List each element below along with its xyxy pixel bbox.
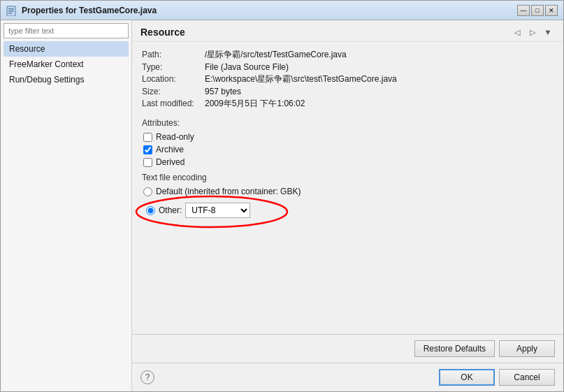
window-icon bbox=[6, 5, 17, 16]
default-encoding-label: Default (inherited from container: GBK) bbox=[156, 187, 301, 196]
content-title: Resource bbox=[140, 27, 185, 38]
restore-defaults-button[interactable]: Restore Defaults bbox=[414, 340, 495, 357]
default-encoding-radio[interactable] bbox=[143, 187, 152, 196]
archive-row: Archive bbox=[142, 145, 554, 154]
location-value: E:\workspace\星际争霸\src\test\TestGameCore.… bbox=[205, 73, 397, 85]
modified-row: Last modified: 2009年5月5日 下午1:06:02 bbox=[142, 98, 554, 110]
filter-input[interactable] bbox=[3, 23, 129, 38]
other-encoding-radio[interactable] bbox=[146, 206, 155, 215]
cancel-button[interactable]: Cancel bbox=[499, 369, 555, 386]
title-buttons: — □ ✕ bbox=[517, 5, 558, 16]
content-header: Resource ◁ ▷ ▼ bbox=[132, 20, 563, 42]
help-button[interactable]: ? bbox=[140, 370, 154, 384]
sidebar-item-rundebug[interactable]: Run/Debug Settings bbox=[3, 72, 129, 87]
ok-cancel-row: ? OK Cancel bbox=[132, 363, 563, 391]
bottom-buttons-area: Restore Defaults Apply ? OK Cancel bbox=[132, 334, 563, 391]
size-value: 957 bytes bbox=[205, 87, 241, 96]
size-row: Size: 957 bytes bbox=[142, 87, 554, 96]
svg-rect-3 bbox=[8, 13, 12, 14]
path-label: Path: bbox=[142, 50, 205, 59]
info-table: Path: /星际争霸/src/test/TestGameCore.java T… bbox=[142, 49, 554, 110]
archive-label: Archive bbox=[156, 145, 184, 154]
apply-button[interactable]: Apply bbox=[499, 340, 555, 357]
restore-apply-row: Restore Defaults Apply bbox=[132, 335, 563, 363]
other-encoding-wrapper: Other: UTF-8 GBK ISO-8859-1 UTF-16 bbox=[142, 200, 254, 221]
derived-row: Derived bbox=[142, 157, 554, 167]
attributes-label: Attributes: bbox=[142, 118, 554, 128]
encoding-section: Text file encoding Default (inherited fr… bbox=[142, 173, 554, 221]
nav-buttons: ◁ ▷ ▼ bbox=[510, 26, 555, 38]
path-value: /星际争霸/src/test/TestGameCore.java bbox=[205, 49, 347, 61]
readonly-label: Read-only bbox=[156, 132, 194, 142]
encoding-select[interactable]: UTF-8 GBK ISO-8859-1 UTF-16 bbox=[185, 203, 250, 218]
sidebar-item-freemarker[interactable]: FreeMarker Context bbox=[3, 57, 129, 72]
type-row: Type: File (Java Source File) bbox=[142, 62, 554, 72]
path-row: Path: /星际争霸/src/test/TestGameCore.java bbox=[142, 49, 554, 61]
size-label: Size: bbox=[142, 87, 205, 96]
title-bar: Properties for TestGameCore.java — □ ✕ bbox=[1, 1, 563, 20]
default-encoding-row: Default (inherited from container: GBK) bbox=[142, 187, 554, 196]
sidebar: Resource FreeMarker Context Run/Debug Se… bbox=[1, 20, 132, 391]
archive-checkbox[interactable] bbox=[143, 145, 152, 154]
content-area: Resource ◁ ▷ ▼ Path: /星际争霸/src/test/Test… bbox=[132, 20, 563, 391]
svg-rect-2 bbox=[8, 10, 14, 12]
dialog-window: Properties for TestGameCore.java — □ ✕ R… bbox=[0, 0, 564, 392]
dialog-body: Resource FreeMarker Context Run/Debug Se… bbox=[1, 20, 563, 391]
content-main: Resource ◁ ▷ ▼ Path: /星际争霸/src/test/Test… bbox=[132, 20, 563, 334]
derived-checkbox[interactable] bbox=[143, 158, 152, 167]
readonly-row: Read-only bbox=[142, 132, 554, 142]
window-title: Properties for TestGameCore.java bbox=[22, 6, 157, 15]
location-label: Location: bbox=[142, 74, 205, 84]
ok-button[interactable]: OK bbox=[439, 369, 495, 386]
derived-label: Derived bbox=[156, 157, 185, 167]
ok-cancel-left: ? bbox=[140, 370, 435, 384]
nav-dropdown-button[interactable]: ▼ bbox=[541, 26, 555, 38]
other-encoding-label: Other: bbox=[159, 205, 182, 215]
back-button[interactable]: ◁ bbox=[510, 26, 524, 38]
minimize-button[interactable]: — bbox=[517, 5, 530, 16]
close-button[interactable]: ✕ bbox=[545, 5, 558, 16]
modified-value: 2009年5月5日 下午1:06:02 bbox=[205, 98, 305, 110]
maximize-button[interactable]: □ bbox=[531, 5, 544, 16]
sidebar-item-resource[interactable]: Resource bbox=[3, 41, 129, 57]
location-row: Location: E:\workspace\星际争霸\src\test\Tes… bbox=[142, 73, 554, 85]
title-bar-left: Properties for TestGameCore.java bbox=[6, 5, 157, 16]
forward-button[interactable]: ▷ bbox=[526, 26, 540, 38]
encoding-title: Text file encoding bbox=[142, 173, 554, 182]
content-scroll: Path: /星际争霸/src/test/TestGameCore.java T… bbox=[132, 42, 563, 334]
type-label: Type: bbox=[142, 62, 205, 72]
readonly-checkbox[interactable] bbox=[143, 133, 152, 142]
other-encoding-row: Other: UTF-8 GBK ISO-8859-1 UTF-16 bbox=[142, 200, 254, 221]
type-value: File (Java Source File) bbox=[205, 62, 289, 72]
sidebar-items: Resource FreeMarker Context Run/Debug Se… bbox=[3, 41, 129, 87]
svg-rect-1 bbox=[8, 8, 14, 10]
modified-label: Last modified: bbox=[142, 99, 205, 108]
